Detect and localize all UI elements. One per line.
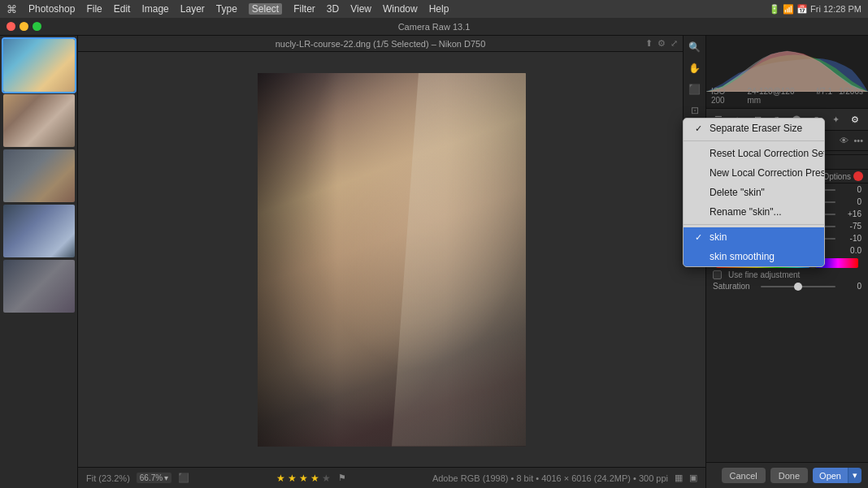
grid-icon[interactable]: ▦ <box>675 473 683 483</box>
crop-tool-icon[interactable]: ⊡ <box>687 102 703 119</box>
thumbnail-4[interactable] <box>3 205 75 257</box>
mask-color-dot <box>853 171 863 181</box>
zoom-value: 66.7% <box>140 473 163 482</box>
clarity-value: -75 <box>839 222 861 231</box>
star-4[interactable]: ★ <box>310 473 319 484</box>
hand-tool-icon[interactable]: ✋ <box>687 60 703 76</box>
menu-image[interactable]: Image <box>141 3 168 15</box>
menu-3d[interactable]: 3D <box>327 3 339 15</box>
image-canvas[interactable] <box>78 52 705 467</box>
rename-label: Rename "skin"... <box>710 206 782 218</box>
dropdown-item-rename[interactable]: Rename "skin"... <box>684 202 824 222</box>
saturation-slider[interactable] <box>761 286 835 287</box>
saturation-slider-thumb[interactable] <box>794 283 802 291</box>
image-area: Fit (23.2%) 66.7% ▾ ⬛ ★ ★ ★ ★ ★ ⚑ Adobe … <box>78 36 705 488</box>
share-icon[interactable]: ⬆ <box>645 38 653 49</box>
menu-view[interactable]: View <box>350 3 371 15</box>
lens-info: 24-120@120 mm <box>748 87 810 105</box>
shutter-info: 1/200s <box>839 87 863 105</box>
status-bar-center: ★ ★ ★ ★ ★ ⚑ <box>199 473 423 484</box>
saturation-row: Saturation 0 <box>706 280 868 292</box>
window-title: nucly-LR-course-22.dng (1/5 Selected) – … <box>276 39 486 49</box>
open-dropdown-button[interactable]: ▾ <box>848 468 861 483</box>
thumbnail-5[interactable] <box>3 260 75 313</box>
menu-file[interactable]: File <box>86 3 102 15</box>
dropdown-separator-1 <box>684 140 824 141</box>
calibration-icon[interactable]: ⚙ <box>848 112 862 127</box>
brush-eye-icon[interactable]: 👁 <box>840 136 848 145</box>
settings-icon[interactable]: ⚙ <box>658 38 666 49</box>
menu-type[interactable]: Type <box>216 3 237 15</box>
brush-menu-icon[interactable]: ••• <box>853 136 863 145</box>
done-button[interactable]: Done <box>770 468 808 483</box>
star-5[interactable]: ★ <box>322 473 331 484</box>
thumbnail-1[interactable] <box>3 39 75 92</box>
open-button[interactable]: Open <box>813 468 848 483</box>
delete-label: Delete "skin" <box>710 187 765 198</box>
skin-check-icon: ✓ <box>695 232 705 243</box>
star-3[interactable]: ★ <box>299 473 308 484</box>
open-button-group: Open ▾ <box>813 468 861 483</box>
whites-value: 0 <box>839 185 861 194</box>
cancel-button[interactable]: Cancel <box>722 468 766 483</box>
dropdown-item-new-preset[interactable]: New Local Correction Preset... <box>684 163 824 183</box>
separate-eraser-label: Separate Eraser Size <box>710 123 802 134</box>
star-1[interactable]: ★ <box>276 473 285 484</box>
expand-icon[interactable]: ⤢ <box>671 38 678 49</box>
dropdown-item-separate-eraser[interactable]: ✓ Separate Eraser Size <box>684 119 824 138</box>
menu-bar-status: 🔋 📶 📅 Fri 12:28 PM <box>769 4 861 15</box>
window-controls <box>7 22 41 31</box>
dropdown-separator-2 <box>684 224 824 225</box>
dropdown-item-skin-smoothing[interactable]: skin smoothing <box>684 247 824 266</box>
zoom-control[interactable]: 66.7% ▾ <box>137 473 171 483</box>
thumbnail-3[interactable] <box>3 149 75 202</box>
saturation-value: 0 <box>839 282 861 291</box>
dehaze-value: -10 <box>839 234 861 243</box>
thumbnail-2[interactable] <box>3 94 75 147</box>
menu-window[interactable]: Window <box>383 3 418 15</box>
effects-icon[interactable]: ✦ <box>828 112 843 127</box>
menu-bar-left: ⌘ Photoshop File Edit Image Layer Type S… <box>7 3 449 15</box>
new-preset-label: New Local Correction Preset... <box>710 167 825 179</box>
skin-label: skin <box>710 231 727 243</box>
dropdown-menu: ✓ Separate Eraser Size Reset Local Corre… <box>683 118 825 267</box>
fit-label: Fit (23.2%) <box>86 473 130 483</box>
view-icon[interactable]: ▣ <box>689 473 697 483</box>
menu-layer[interactable]: Layer <box>180 3 205 15</box>
window-title-bar: nucly-LR-course-22.dng (1/5 Selected) – … <box>78 36 683 52</box>
histogram-area: ISO 200 24-120@120 mm f/7.1 1/200s <box>706 36 868 109</box>
check-icon: ✓ <box>695 123 705 134</box>
blacks-value: 0 <box>839 197 861 206</box>
fine-adj-label: Use fine adjustment <box>728 270 800 279</box>
fine-adj-row: Use fine adjustment <box>706 270 868 280</box>
image-info-icon: ⬛ <box>178 473 189 483</box>
menu-bar-right: 🔋 📶 📅 Fri 12:28 PM <box>769 4 861 15</box>
brush-header-icons: 👁 ••• <box>840 136 863 145</box>
dropdown-item-delete[interactable]: Delete "skin" <box>684 183 824 202</box>
app-title: Camera Raw 13.1 <box>398 22 471 32</box>
zoom-tool-icon[interactable]: 🔍 <box>687 39 703 55</box>
close-button[interactable] <box>7 22 15 31</box>
fine-adj-checkbox[interactable] <box>713 270 722 279</box>
iso-info: ISO 200 <box>711 87 741 105</box>
title-bar: Camera Raw 13.1 <box>0 18 868 36</box>
menu-select[interactable]: Select <box>249 3 282 15</box>
menu-help[interactable]: Help <box>429 3 449 15</box>
hue-value: 0.0 <box>839 246 861 255</box>
dropdown-item-skin[interactable]: ✓ skin <box>684 227 824 247</box>
menu-bar: ⌘ Photoshop File Edit Image Layer Type S… <box>0 0 868 18</box>
minimize-button[interactable] <box>20 22 28 31</box>
aperture-info: f/7.1 <box>817 87 832 105</box>
menu-edit[interactable]: Edit <box>114 3 131 15</box>
dropdown-item-reset[interactable]: Reset Local Correction Settings <box>684 144 824 163</box>
menu-photoshop[interactable]: Photoshop <box>28 3 75 15</box>
saturation-label: Saturation <box>713 282 757 291</box>
zoom-chevron-icon: ▾ <box>164 473 168 482</box>
menu-filter[interactable]: Filter <box>293 3 315 15</box>
main-photo <box>258 73 526 447</box>
wb-tool-icon[interactable]: ⬛ <box>687 81 703 97</box>
maximize-button[interactable] <box>33 22 41 31</box>
bottom-buttons: Cancel Done Open ▾ <box>706 462 868 488</box>
star-2[interactable]: ★ <box>288 473 297 484</box>
apple-logo-icon: ⌘ <box>7 3 17 15</box>
